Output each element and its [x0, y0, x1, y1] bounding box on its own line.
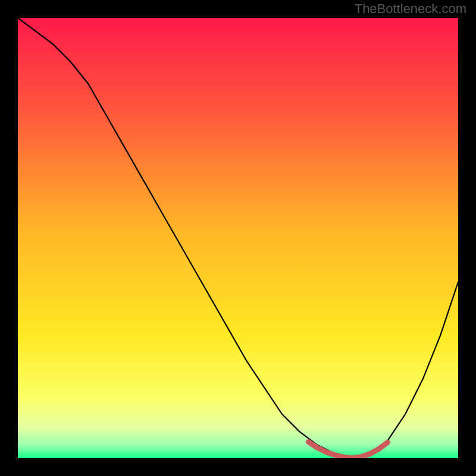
gradient-background [18, 18, 458, 458]
chart-container: TheBottleneck.com [0, 0, 476, 476]
bottleneck-chart [18, 18, 458, 458]
attribution-text: TheBottleneck.com [355, 1, 466, 17]
